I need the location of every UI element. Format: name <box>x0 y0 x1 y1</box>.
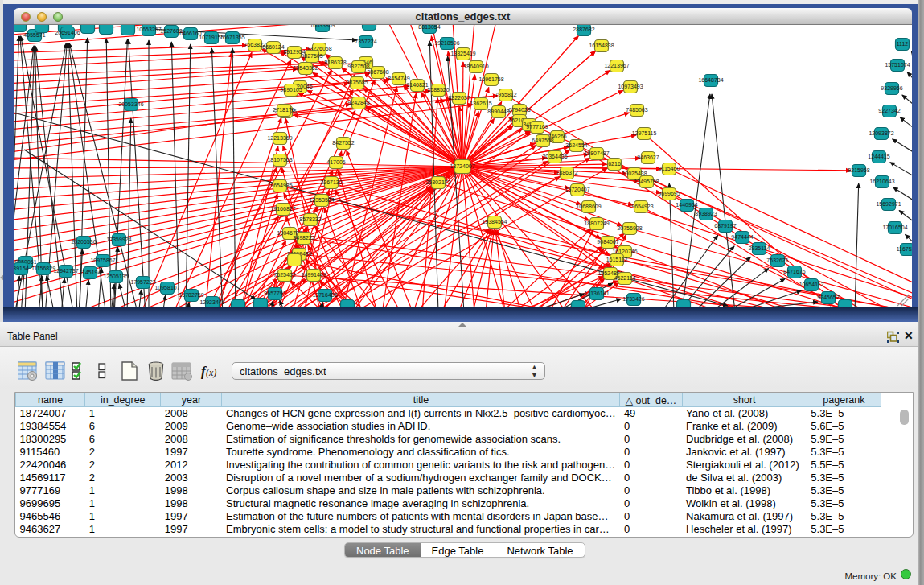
svg-text:20756928: 20756928 <box>617 225 642 231</box>
svg-text:12213369: 12213369 <box>267 135 292 141</box>
svg-text:9474444: 9474444 <box>731 234 753 240</box>
svg-text:2718176: 2718176 <box>273 107 294 113</box>
svg-text:8215958: 8215958 <box>848 167 869 173</box>
svg-text:9890105: 9890105 <box>280 87 302 93</box>
svg-text:(x): (x) <box>206 367 216 378</box>
svg-text:8186328: 8186328 <box>324 60 346 65</box>
svg-text:10958107: 10958107 <box>154 285 179 290</box>
svg-text:8427552: 8427552 <box>332 140 354 146</box>
svg-text:2887682: 2887682 <box>573 27 594 32</box>
svg-text:12975115: 12975115 <box>632 130 657 136</box>
svg-text:7357224: 7357224 <box>355 39 376 44</box>
svg-text:417006: 417006 <box>326 159 345 165</box>
svg-text:1112: 1112 <box>897 41 909 47</box>
svg-text:4055571: 4055571 <box>23 32 45 38</box>
svg-text:13716485: 13716485 <box>312 292 337 298</box>
svg-text:1244415: 1244415 <box>868 154 889 159</box>
svg-text:7632621: 7632621 <box>766 257 788 263</box>
svg-text:9327508: 9327508 <box>347 64 369 69</box>
svg-text:18107563: 18107563 <box>267 157 292 163</box>
svg-text:10973493: 10973493 <box>618 84 643 89</box>
svg-text:9146821: 9146821 <box>406 82 428 88</box>
svg-text:19166827: 19166827 <box>270 206 295 212</box>
svg-text:20691406: 20691406 <box>55 30 80 35</box>
svg-text:1145194: 1145194 <box>80 270 101 275</box>
svg-text:3267130: 3267130 <box>320 179 342 185</box>
svg-text:16154838: 16154838 <box>589 43 614 48</box>
svg-text:12923446: 12923446 <box>199 299 224 305</box>
svg-text:18724007: 18724007 <box>450 163 474 169</box>
svg-text:10654112: 10654112 <box>799 282 824 287</box>
svg-text:16961758: 16961758 <box>478 76 503 82</box>
svg-text:19654985: 19654985 <box>267 183 292 188</box>
svg-text:12353584: 12353584 <box>309 197 334 203</box>
svg-text:7625402: 7625402 <box>273 272 295 278</box>
svg-text:9777169: 9777169 <box>526 124 548 130</box>
svg-text:9699695: 9699695 <box>658 191 680 196</box>
svg-text:8454749: 8454749 <box>388 76 409 81</box>
svg-text:10688609: 10688609 <box>576 204 601 209</box>
svg-text:6879197: 6879197 <box>714 223 736 229</box>
svg-text:9329966: 9329966 <box>881 85 902 91</box>
svg-text:8322037: 8322037 <box>448 95 470 101</box>
svg-text:8471676: 8471676 <box>783 269 805 274</box>
svg-text:9827505: 9827505 <box>301 53 322 59</box>
svg-text:11156829: 11156829 <box>31 266 55 271</box>
svg-text:1615112: 1615112 <box>606 257 628 262</box>
svg-text:13325419: 13325419 <box>450 51 475 56</box>
svg-text:1362615: 1362615 <box>470 101 491 106</box>
svg-text:3624554: 3624554 <box>565 142 587 148</box>
svg-text:16782759: 16782759 <box>179 292 203 298</box>
svg-text:3498222: 3498222 <box>293 235 314 241</box>
svg-text:12505135: 12505135 <box>103 274 128 279</box>
svg-text:19218506: 19218506 <box>434 40 459 46</box>
svg-text:19384554: 19384554 <box>482 219 507 225</box>
svg-text:17957223: 17957223 <box>130 279 155 285</box>
svg-text:9245652: 9245652 <box>817 295 839 300</box>
svg-text:17016504: 17016504 <box>882 225 907 230</box>
svg-text:2867608: 2867608 <box>367 69 388 75</box>
svg-text:2588520: 2588520 <box>427 87 449 93</box>
svg-text:8990448: 8990448 <box>487 109 509 114</box>
svg-text:13495798: 13495798 <box>634 179 659 184</box>
svg-text:15720407: 15720407 <box>565 187 589 192</box>
svg-text:4522114: 4522114 <box>614 275 636 281</box>
svg-text:2935114: 2935114 <box>749 245 770 251</box>
svg-text:20206536: 20206536 <box>71 239 96 245</box>
svg-text:7485063: 7485063 <box>626 107 647 113</box>
svg-text:9227342: 9227342 <box>878 108 900 113</box>
svg-text:7955812: 7955812 <box>495 92 516 97</box>
svg-text:9115460: 9115460 <box>659 166 680 171</box>
svg-text:16210643: 16210643 <box>869 179 894 184</box>
svg-text:25302173: 25302173 <box>425 179 450 185</box>
svg-text:16671355: 16671355 <box>220 35 244 40</box>
svg-text:7886372: 7886372 <box>556 170 577 175</box>
svg-text:8813054: 8813054 <box>418 25 440 30</box>
svg-text:12093872: 12093872 <box>869 130 893 136</box>
svg-text:1733426: 1733426 <box>622 296 644 302</box>
svg-text:10653267: 10653267 <box>136 27 161 32</box>
svg-text:1440954: 1440954 <box>676 202 697 208</box>
svg-text:20053346: 20053346 <box>118 101 143 107</box>
svg-text:10543362: 10543362 <box>293 65 318 71</box>
svg-text:12942737: 12942737 <box>53 268 78 274</box>
svg-text:10975867: 10975867 <box>90 257 115 263</box>
svg-text:1167533: 1167533 <box>897 246 912 252</box>
svg-text:6794028: 6794028 <box>508 107 530 113</box>
svg-text:10807487: 10807487 <box>584 150 609 156</box>
svg-text:15692971: 15692971 <box>876 201 901 207</box>
svg-text:18807249: 18807249 <box>584 220 609 226</box>
svg-text:17359924: 17359924 <box>106 237 131 242</box>
svg-text:14136141: 14136141 <box>584 290 609 296</box>
svg-text:8660124: 8660124 <box>262 44 284 50</box>
svg-text:9463627: 9463627 <box>637 154 659 160</box>
svg-text:18640910: 18640910 <box>463 64 488 69</box>
svg-text:8938923: 8938923 <box>695 211 717 216</box>
svg-text:39154: 39154 <box>14 266 29 271</box>
svg-text:9657791: 9657791 <box>264 290 285 296</box>
svg-text:3875685: 3875685 <box>346 80 368 85</box>
svg-text:6216: 6216 <box>608 161 621 167</box>
svg-text:9084067: 9084067 <box>597 239 618 245</box>
svg-text:20364436: 20364436 <box>542 154 567 159</box>
svg-text:15751074: 15751074 <box>885 62 910 68</box>
